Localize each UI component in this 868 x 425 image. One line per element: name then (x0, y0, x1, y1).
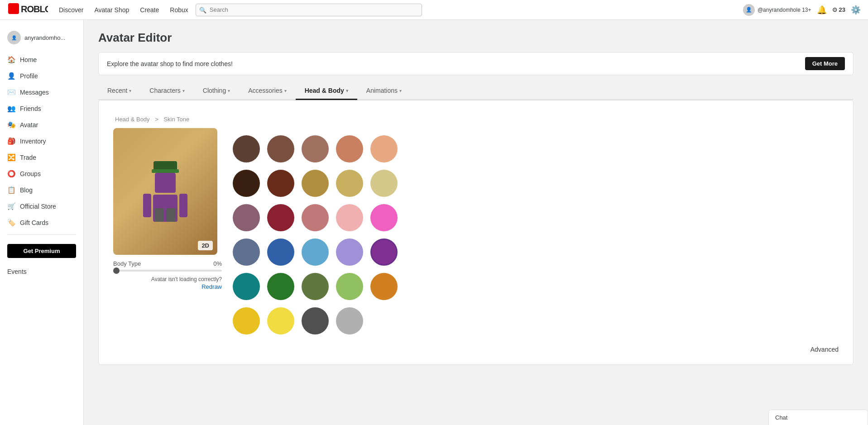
color-swatch[interactable] (302, 135, 329, 162)
sidebar-item-trade[interactable]: 🔀 Trade (0, 149, 83, 166)
notifications-icon[interactable]: 🔔 (817, 5, 827, 15)
search-box[interactable]: 🔍 (196, 4, 422, 16)
store-icon: 🛒 (7, 202, 15, 210)
chevron-down-icon: ▾ (284, 88, 287, 93)
sidebar-item-official-store[interactable]: 🛒 Official Store (0, 198, 83, 215)
robux-icon: ⊙ (832, 6, 837, 13)
color-swatch[interactable] (370, 135, 398, 162)
color-swatch[interactable] (302, 273, 329, 300)
color-swatch[interactable] (370, 170, 398, 197)
sidebar-label-official-store: Official Store (20, 203, 56, 210)
color-swatch[interactable] (233, 273, 260, 300)
svg-text:ROBLOX: ROBLOX (21, 4, 48, 14)
color-swatch[interactable] (267, 204, 294, 231)
skin-tone-editor: Advanced (233, 128, 839, 353)
breadcrumb-parent[interactable]: Head & Body (115, 116, 150, 123)
redraw-link[interactable]: Redraw (113, 283, 222, 290)
color-swatch[interactable] (267, 307, 294, 334)
sidebar-label-trade: Trade (20, 154, 36, 161)
username-display: @anyrandomhole 13+ (758, 7, 811, 13)
logo-text: ROBLOX (7, 2, 48, 18)
chat-label: Chat (775, 414, 787, 421)
sidebar-item-blog[interactable]: 📋 Blog (0, 182, 83, 198)
color-swatch[interactable] (302, 307, 329, 334)
color-swatch[interactable] (233, 135, 260, 162)
sidebar-item-gift-cards[interactable]: 🏷️ Gift Cards (0, 215, 83, 231)
color-swatch[interactable] (370, 204, 398, 231)
body-type-text: Body Type (113, 260, 141, 267)
blog-icon: 📋 (7, 186, 15, 194)
trade-icon: 🔀 (7, 153, 15, 162)
color-swatch[interactable] (267, 239, 294, 266)
topnav-create[interactable]: Create (140, 6, 159, 14)
sidebar-label-messages: Messages (20, 89, 49, 96)
topnav-discover[interactable]: Discover (59, 6, 83, 14)
body-type-slider[interactable] (113, 270, 222, 272)
topnav-avatar-shop[interactable]: Avatar Shop (94, 6, 129, 14)
color-swatch[interactable] (370, 239, 398, 266)
color-swatch[interactable] (233, 170, 260, 197)
sidebar-item-home[interactable]: 🏠 Home (0, 52, 83, 68)
color-swatch[interactable] (302, 204, 329, 231)
color-swatch[interactable] (233, 239, 260, 266)
tab-head-body[interactable]: Head & Body ▾ (296, 82, 357, 100)
color-swatch[interactable] (233, 204, 260, 231)
sidebar-label-avatar: Avatar (20, 121, 38, 129)
search-icon: 🔍 (199, 6, 206, 13)
sidebar-item-inventory[interactable]: 🎒 Inventory (0, 133, 83, 149)
tab-accessories[interactable]: Accessories ▾ (239, 82, 295, 100)
avatar-section: 2D Body Type 0% Avatar isn't loading cor… (113, 128, 222, 290)
roblox-logo[interactable]: ROBLOX (7, 4, 48, 16)
sidebar-item-profile[interactable]: 👤 Profile (0, 68, 83, 84)
color-swatch[interactable] (233, 307, 260, 334)
color-swatch[interactable] (302, 170, 329, 197)
sidebar-item-groups[interactable]: ⭕ Groups (0, 166, 83, 182)
color-swatch[interactable] (336, 170, 363, 197)
sidebar-item-events[interactable]: Events (0, 263, 83, 280)
color-swatch[interactable] (370, 307, 398, 334)
sidebar-label-inventory: Inventory (20, 138, 46, 145)
color-swatch[interactable] (302, 239, 329, 266)
advanced-button[interactable]: Advanced (810, 346, 839, 353)
avatar-2d-badge[interactable]: 2D (198, 241, 213, 250)
color-swatch[interactable] (370, 273, 398, 300)
avatar-hat (153, 161, 177, 173)
avatar-error-text: Avatar isn't loading correctly? (113, 276, 222, 282)
sidebar-item-friends[interactable]: 👥 Friends (0, 100, 83, 117)
user-info[interactable]: 👤 @anyrandomhole 13+ (743, 4, 811, 16)
tab-recent[interactable]: Recent ▾ (98, 82, 140, 100)
chat-bar[interactable]: Chat (768, 410, 868, 425)
color-swatch[interactable] (267, 273, 294, 300)
tab-clothing[interactable]: Clothing ▾ (194, 82, 239, 100)
tab-characters[interactable]: Characters ▾ (140, 82, 193, 100)
search-input[interactable] (196, 4, 422, 16)
tabs-bar: Recent ▾ Characters ▾ Clothing ▾ Accesso… (98, 82, 854, 100)
color-swatch[interactable] (336, 307, 363, 334)
slider-thumb (113, 267, 120, 274)
color-swatch[interactable] (336, 273, 363, 300)
color-grid (233, 128, 414, 342)
tab-head-body-label: Head & Body (305, 87, 344, 94)
sidebar-divider (7, 234, 76, 235)
shop-banner: Explore the avatar shop to find more clo… (98, 52, 854, 75)
topnav-robux[interactable]: Robux (170, 6, 188, 14)
sidebar-item-avatar[interactable]: 🎭 Avatar (0, 117, 83, 133)
sidebar: 👤 anyrandomho... 🏠 Home 👤 Profile ✉️ Mes… (0, 20, 84, 425)
get-more-button[interactable]: Get More (805, 57, 845, 70)
robux-counter[interactable]: ⊙ 23 (832, 6, 845, 13)
sidebar-item-messages[interactable]: ✉️ Messages (0, 84, 83, 100)
color-swatch[interactable] (336, 239, 363, 266)
tab-recent-label: Recent (107, 87, 127, 94)
color-swatch[interactable] (267, 170, 294, 197)
sidebar-user[interactable]: 👤 anyrandomho... (0, 27, 83, 52)
color-swatch[interactable] (267, 135, 294, 162)
get-premium-button[interactable]: Get Premium (7, 244, 76, 258)
chevron-down-icon: ▾ (129, 88, 131, 93)
settings-icon[interactable]: ⚙️ (851, 5, 861, 15)
tab-animations[interactable]: Animations ▾ (357, 82, 411, 100)
color-swatch[interactable] (336, 135, 363, 162)
body-type-percent: 0% (213, 260, 222, 267)
sidebar-label-groups: Groups (20, 170, 41, 177)
chevron-down-icon: ▾ (228, 88, 230, 93)
color-swatch[interactable] (336, 204, 363, 231)
